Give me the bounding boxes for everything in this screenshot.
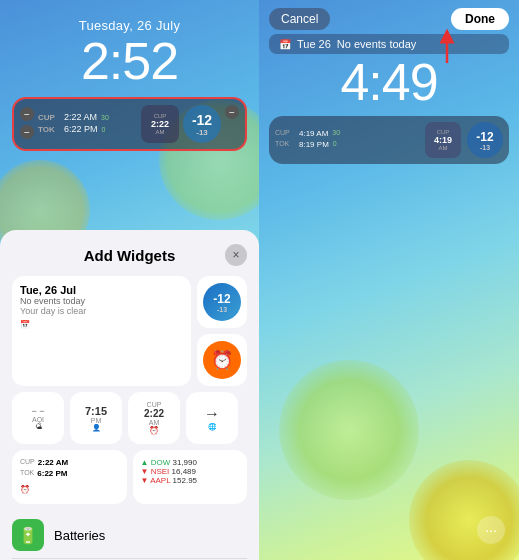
circle-widget: -12 -13 [183, 105, 221, 143]
right-tok-time: 8:19 PM [299, 140, 329, 149]
done-button[interactable]: Done [451, 8, 509, 30]
right-widget-row: CUP 4:19 AM 30 TOK 8:19 PM 0 CUP 4:19 AM… [275, 122, 503, 158]
temp-widget[interactable]: -12 -13 [197, 276, 247, 328]
widget-clear: Your day is clear [20, 306, 183, 316]
right-panel: Cancel Done 📅 Tue 26 No events today 4:4… [259, 0, 519, 560]
dots-button[interactable]: ··· [477, 516, 505, 544]
alarm-widget[interactable]: ⏰ [197, 334, 247, 386]
modal-title: Add Widgets [34, 247, 225, 264]
widget-events: No events today [20, 296, 183, 306]
cup-widget[interactable]: CUP 2:22 AM ⏰ [128, 392, 180, 444]
mini-clock-widget: CUP 2:22 AM [141, 105, 179, 143]
tok-time: 6:22 PM [64, 124, 98, 134]
time-widget[interactable]: 7:15 PM 👤 [70, 392, 122, 444]
widget-date: Tue, 26 Jul [20, 284, 183, 296]
add-widgets-modal: Add Widgets × Tue, 26 Jul No events toda… [0, 230, 259, 560]
right-cup-label: CUP [275, 129, 295, 138]
left-panel: Tuesday, 26 July 2:52 − − CUP 2:22 AM 30 [0, 0, 259, 560]
right-cup-time: 4:19 AM [299, 129, 328, 138]
remove-btn-1[interactable]: − [20, 107, 34, 121]
arrow-indicator [417, 28, 457, 72]
widget-row-2: − − AQI 🌤 7:15 PM 👤 CUP 2:22 AM ⏰ → 🌐 [12, 392, 247, 444]
widget-row-3: CUP 2:22 AM TOK 6:22 PM ⏰ ▲ DOW 31,990 ▼… [12, 450, 247, 504]
right-widget-area: CUP 4:19 AM 30 TOK 8:19 PM 0 CUP 4:19 AM… [269, 116, 509, 164]
right-tok-label: TOK [275, 140, 295, 149]
no-events-text: No events today [337, 38, 417, 50]
right-top-bar: Cancel Done [259, 0, 519, 34]
right-mini-clock: CUP 4:19 AM [425, 122, 461, 158]
date-text: Tue 26 [297, 38, 331, 50]
right-time: 4:49 [259, 56, 519, 108]
remove-btn-3[interactable]: − [225, 105, 239, 119]
cal-icon: 📅 [279, 39, 291, 50]
batteries-app-item[interactable]: 🔋 Batteries [12, 512, 247, 559]
date-widget[interactable]: Tue, 26 Jul No events today Your day is … [12, 276, 191, 386]
cup-label: CUP [38, 113, 60, 122]
right-date-bar: 📅 Tue 26 No events today [269, 34, 509, 54]
red-arrow-icon [417, 28, 457, 68]
stock-widget[interactable]: ▲ DOW 31,990 ▼ NSEI 16,489 ▼ AAPL 152.95 [133, 450, 248, 504]
cup-time: 2:22 AM [64, 112, 97, 122]
modal-header: Add Widgets × [12, 244, 247, 266]
right-cup-diff: 30 [332, 129, 340, 138]
left-time: 2:52 [0, 35, 259, 87]
right-clock-info: CUP 4:19 AM 30 TOK 8:19 PM 0 [275, 129, 419, 151]
cancel-button[interactable]: Cancel [269, 8, 330, 30]
city-clock-widget[interactable]: CUP 2:22 AM TOK 6:22 PM ⏰ [12, 450, 127, 504]
alarm-icon: ⏰ [203, 341, 241, 379]
cup-diff: 30 [101, 114, 109, 121]
right-tok-diff: 0 [333, 140, 337, 149]
modal-close-button[interactable]: × [225, 244, 247, 266]
aqi-widget[interactable]: − − AQI 🌤 [12, 392, 64, 444]
temp-circle: -12 -13 [203, 283, 241, 321]
left-date: Tuesday, 26 July [0, 0, 259, 33]
tok-label: TOK [38, 125, 60, 134]
right-temp-circle: -12 -13 [467, 122, 503, 158]
batteries-icon: 🔋 [12, 519, 44, 551]
widget-clock-info: CUP 2:22 AM 30 TOK 6:22 PM 0 [38, 112, 137, 136]
batteries-label: Batteries [54, 528, 105, 543]
arrow-widget[interactable]: → 🌐 [186, 392, 238, 444]
left-widget-area: − − CUP 2:22 AM 30 TOK 6:22 PM 0 [12, 97, 247, 151]
remove-btn-2[interactable]: − [20, 125, 34, 139]
tok-diff: 0 [102, 126, 106, 133]
